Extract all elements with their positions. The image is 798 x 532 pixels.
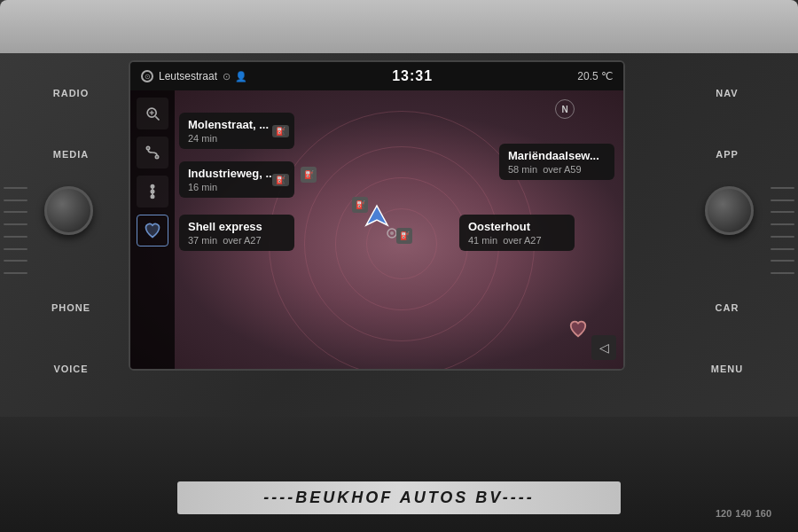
dealer-banner: ----BEUKHOF AUTOS BV---- (177, 481, 621, 514)
card-mariendaal-time: 58 min over A59 (508, 164, 606, 175)
north-indicator: N (555, 99, 575, 119)
speed-area: 120 140 160 (716, 508, 771, 519)
fuel-marker-3: ⛽ (396, 228, 412, 244)
temperature-display: 20.5 ℃ (577, 70, 613, 82)
card-industrieweg-title: Industrieweg, ... (188, 167, 286, 180)
fuel-icon-industrieweg: ⛽ (272, 174, 289, 186)
street-label: Leutsestraat (159, 70, 217, 82)
svg-point-5 (155, 155, 158, 158)
header-icons: ⊙ 👤 (223, 71, 247, 82)
map-sidebar (130, 90, 175, 369)
header-location: ⊙ Leutsestraat ⊙ 👤 (141, 70, 247, 82)
route-icon-btn[interactable] (137, 137, 168, 168)
signal-icon: ⊙ (223, 71, 231, 82)
card-molenstraat[interactable]: Molenstraat, ... 24 min ⛽ (179, 113, 294, 149)
card-mariendaal-title: Mariëndaalsew... (508, 149, 606, 162)
top-bezel (0, 0, 798, 53)
radio-button[interactable]: RADIO (46, 84, 96, 102)
screen-header: ⊙ Leutsestraat ⊙ 👤 13:31 20.5 ℃ (130, 62, 623, 90)
heart-map-icon[interactable] (568, 319, 588, 342)
waypoints-icon-btn[interactable] (137, 176, 168, 207)
car-button[interactable]: CAR (708, 299, 747, 317)
nav-button[interactable]: NAV (708, 84, 745, 102)
svg-marker-11 (366, 206, 387, 225)
phone-button[interactable]: PHONE (44, 299, 98, 317)
menu-button[interactable]: MENU (704, 360, 750, 378)
speed-160: 160 (755, 508, 771, 519)
svg-point-6 (151, 185, 153, 188)
fuel-icon-molenstraat: ⛽ (272, 125, 289, 137)
collapse-button[interactable]: ◁ (591, 335, 616, 360)
card-industrieweg-time: 16 min (188, 182, 286, 192)
dealer-text: ----BEUKHOF AUTOS BV---- (263, 489, 534, 506)
svg-point-7 (151, 190, 153, 192)
svg-point-13 (390, 231, 394, 235)
dashboard: RADIO MEDIA PHONE VOICE NAV APP CAR MENU… (0, 0, 798, 532)
svg-point-4 (146, 146, 149, 149)
map-area: N Molenstraat, ... 24 min ⛽ Industrieweg… (130, 90, 623, 369)
voice-button[interactable]: VOICE (46, 360, 95, 378)
fuel-marker-1: ⛽ (301, 167, 317, 183)
svg-line-1 (155, 116, 159, 120)
time-display: 13:31 (392, 68, 433, 84)
speed-140: 140 (735, 508, 751, 519)
profile-icon: 👤 (235, 71, 247, 82)
speed-120: 120 (716, 508, 732, 519)
card-molenstraat-title: Molenstraat, ... (188, 118, 286, 131)
svg-point-8 (151, 195, 153, 198)
media-button[interactable]: MEDIA (46, 145, 96, 163)
card-shell-title: Shell express (188, 220, 286, 233)
card-oosterhout-time: 41 min over A27 (468, 235, 566, 246)
bottom-area: ----BEUKHOF AUTOS BV---- 120 140 160 (0, 417, 798, 532)
card-oosterhout[interactable]: Oosterhout 41 min over A27 (459, 215, 575, 251)
app-button[interactable]: APP (708, 145, 746, 163)
right-panel: NAV APP CAR MENU (674, 53, 780, 408)
card-industrieweg[interactable]: Industrieweg, ... 16 min ⛽ (179, 161, 294, 198)
main-screen: ⊙ Leutsestraat ⊙ 👤 13:31 20.5 ℃ (129, 60, 625, 371)
card-oosterhout-title: Oosterhout (468, 220, 566, 233)
card-shell[interactable]: Shell express 37 min over A27 (179, 215, 294, 251)
favorites-icon-btn[interactable] (137, 215, 168, 246)
card-molenstraat-time: 24 min (188, 133, 286, 144)
left-knob[interactable] (44, 186, 93, 235)
location-icon: ⊙ (141, 70, 153, 82)
card-mariendaal[interactable]: Mariëndaalsew... 58 min over A59 (499, 144, 614, 180)
search-icon-btn[interactable] (137, 98, 168, 129)
fuel-marker-2: ⛽ (352, 197, 368, 213)
card-shell-time: 37 min over A27 (188, 235, 286, 246)
